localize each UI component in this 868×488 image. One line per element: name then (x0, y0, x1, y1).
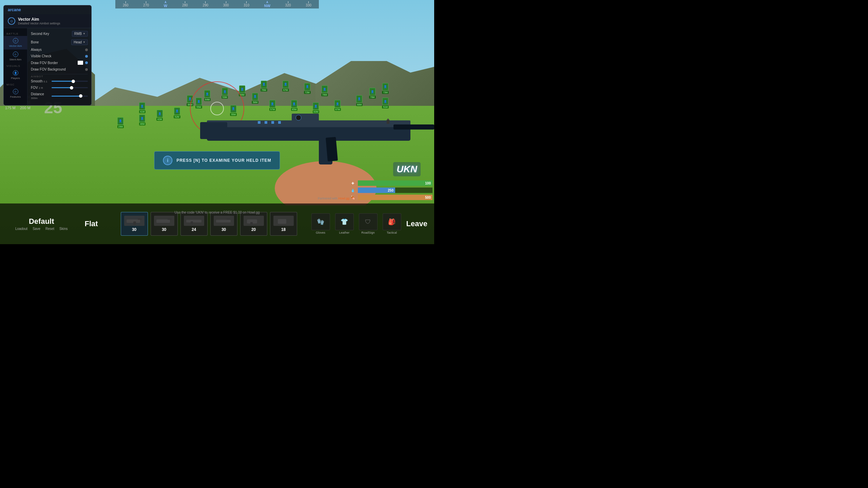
fov-slider-row: FOV 2 R (31, 86, 88, 90)
second-key-label: Second Key (31, 32, 70, 36)
arcane-brand: arcane (4, 5, 91, 14)
bone-dropdown[interactable]: Head ▼ (71, 39, 88, 45)
health-bar-track: 100 (358, 180, 432, 186)
features-sidebar-icon: ⊙ (13, 89, 18, 94)
second-key-dropdown[interactable]: RMB ▼ (72, 31, 88, 37)
gloves-slot[interactable]: 🧤 Gloves (311, 213, 330, 234)
leather-icon: 👕 (335, 213, 354, 230)
loadout-section: Default Loadout Save Reset Skins (15, 217, 68, 231)
save-btn[interactable]: Save (33, 227, 40, 231)
tactical-icon: 🎒 (383, 213, 401, 230)
food-stat: 🍖 500 (349, 195, 432, 200)
weapon-slot-4[interactable]: 30 (210, 212, 237, 236)
sidebar-item-silent-aim[interactable]: ⊙ Silent Aim (4, 50, 27, 63)
weapon-slot-1-icon (124, 216, 144, 226)
weapon-slot-1[interactable]: 30 (121, 212, 148, 236)
draw-fov-bg-row: Draw FOV Background (31, 67, 88, 71)
fov-slider-track[interactable] (52, 87, 88, 88)
aimbot-section-divider: Aimbot (31, 74, 88, 78)
distance-slider-track[interactable] (52, 96, 88, 97)
default-label: Default (29, 217, 54, 226)
battle-section-label: BATTLE (4, 31, 27, 36)
weapon-slot-3[interactable]: 24 (180, 212, 208, 236)
smooth-slider-track[interactable] (52, 81, 88, 82)
smooth-slider-thumb[interactable] (72, 80, 75, 83)
sidebar-item-features[interactable]: ⊙ Features (4, 87, 27, 100)
always-label: Always (31, 48, 83, 52)
leather-slot[interactable]: 👕 Leather (335, 213, 354, 234)
equip-slots: 🧤 Gloves 👕 Leather 🛡 RoadSign 🎒 Tactical (311, 213, 401, 234)
weapon-slot-6[interactable]: 18 (270, 212, 297, 236)
weapon-slot-2[interactable]: 30 (151, 212, 178, 236)
vector-aim-sidebar-label: Vector Aim (9, 44, 22, 47)
aimbot-panel: arcane ⊙ Vector Aim Detailed Vector Aimb… (3, 5, 92, 105)
skins-btn[interactable]: Skins (59, 227, 67, 231)
enemy-marker: 👤 52M (174, 108, 180, 118)
weapon-slot-6-icon (273, 216, 294, 226)
draw-fov-bg-label: Draw FOV Background (31, 67, 83, 71)
health-bar-fill: 100 (358, 180, 432, 186)
always-row: Always (31, 48, 88, 52)
enemy-marker: 👤 29M (117, 117, 124, 128)
svg-rect-26 (250, 222, 253, 225)
settings-area: Second Key RMB ▼ Bone Head ▼ Always (27, 28, 91, 105)
roadsign-label: RoadSign (361, 231, 375, 234)
svg-rect-20 (168, 218, 172, 220)
loadout-btn[interactable]: Loadout (15, 227, 27, 231)
silent-aim-sidebar-label: Silent Aim (9, 58, 22, 61)
visuals-section-label: VISUALS (4, 63, 27, 68)
distance-slider-row: Distance 300m (31, 92, 88, 100)
reset-btn[interactable]: Reset (45, 227, 54, 231)
panel-header-text: Vector Aim Detailed Vector Aimbot settin… (18, 17, 87, 25)
leave-section: Leave (406, 219, 427, 228)
gloves-label: Gloves (316, 231, 325, 234)
draw-fov-border-dot[interactable] (85, 61, 88, 64)
water-stat: 💧 250 (349, 188, 432, 193)
fov-value: 2 R (39, 86, 43, 90)
weapon-slot-3-ammo: 24 (192, 227, 196, 232)
food-bar-fill: 500 (358, 195, 432, 200)
bone-arrow: ▼ (83, 41, 85, 44)
fov-slider-fill (52, 87, 72, 88)
notification-icon: i (163, 156, 172, 165)
fov-label: FOV 2 R (31, 86, 50, 90)
vector-aim-icon: ⊙ (8, 17, 15, 25)
distance-slider-thumb[interactable] (79, 94, 82, 98)
partner-text: Partnered with Howl.gg (318, 197, 349, 200)
draw-fov-bg-dot[interactable] (85, 68, 88, 71)
visible-check-dot[interactable] (85, 55, 88, 58)
svg-rect-10 (271, 121, 274, 124)
gloves-icon: 🧤 (311, 213, 330, 230)
sidebar-item-vector-aim[interactable]: ⊙ Vector Aim (4, 36, 27, 50)
sidebar: BATTLE ⊙ Vector Aim ⊙ Silent Aim VISUALS… (4, 28, 27, 105)
fov-slider-thumb[interactable] (70, 86, 73, 90)
weapon-slot-5[interactable]: 20 (240, 212, 267, 236)
roadsign-slot[interactable]: 🛡 RoadSign (359, 213, 378, 234)
bone-label: Bone (31, 40, 69, 44)
tactical-slot[interactable]: 🎒 Tactical (383, 213, 401, 234)
flat-label: Flat (85, 219, 98, 228)
water-bar-track: 250 (358, 188, 432, 193)
partner-link[interactable]: Howl.gg (338, 197, 349, 200)
svg-rect-7 (326, 137, 338, 161)
svg-rect-19 (156, 219, 170, 223)
smooth-label: Smooth 0.1 (31, 79, 50, 83)
svg-point-13 (296, 115, 301, 120)
leave-title[interactable]: Leave (406, 219, 427, 228)
draw-fov-border-label: Draw FOV Border (31, 61, 76, 65)
smooth-slider-row: Smooth 0.1 (31, 79, 88, 83)
svg-rect-9 (265, 121, 267, 124)
smooth-slider-fill (52, 81, 73, 82)
svg-rect-23 (216, 220, 231, 222)
weapon-slot-2-ammo: 30 (162, 227, 166, 232)
draw-fov-border-checkbox[interactable] (78, 61, 83, 65)
svg-rect-18 (133, 221, 136, 225)
notification-text: PRESS [N] TO EXAMINE YOUR HELD ITEM (176, 158, 271, 163)
sidebar-item-players[interactable]: 👤 Players (4, 68, 27, 82)
health-stat: ✚ 100 (349, 180, 432, 186)
players-sidebar-label: Players (11, 77, 20, 80)
misc-section-label: MISC (4, 82, 27, 87)
svg-rect-5 (200, 122, 227, 139)
always-dot[interactable] (85, 48, 88, 51)
weapon-slot-4-ammo: 30 (221, 227, 226, 232)
